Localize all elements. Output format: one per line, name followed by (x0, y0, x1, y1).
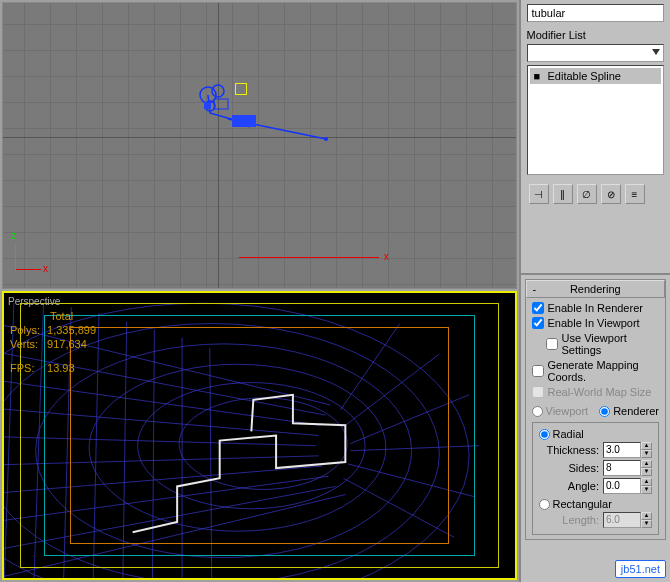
object-name-field[interactable]: tubular (527, 4, 664, 22)
viewport-renderer-radio-group: Viewport Renderer (532, 405, 659, 417)
spline-object[interactable] (188, 83, 328, 143)
sides-spinner[interactable]: 8▲▼ (603, 460, 652, 476)
stack-toolbar: ⊣ ‖ ∅ ⊘ ≡ (527, 182, 664, 206)
collapse-icon: - (533, 283, 537, 295)
svg-rect-6 (204, 102, 211, 109)
length-spinner: 6.0▲▼ (603, 512, 652, 528)
viewport-area: x z Perspective (0, 0, 519, 582)
expand-icon[interactable]: ■ (534, 70, 544, 82)
make-unique-icon[interactable]: ∅ (577, 184, 597, 204)
length-row: Length: 6.0▲▼ (539, 512, 652, 528)
remove-modifier-icon[interactable]: ⊘ (601, 184, 621, 204)
modifier-list-dropdown[interactable] (527, 44, 664, 62)
configure-sets-icon[interactable]: ≡ (625, 184, 645, 204)
svg-line-25 (345, 354, 439, 425)
viewport-top[interactable]: x z (2, 2, 517, 289)
thickness-row: Thickness: 3.0▲▼ (539, 442, 652, 458)
modifier-list-label: Modifier List (527, 29, 664, 41)
axis-gizmo: x z (15, 236, 49, 270)
modifier-stack[interactable]: ■ Editable Spline (527, 65, 664, 175)
svg-line-27 (350, 446, 479, 451)
svg-rect-5 (232, 115, 256, 127)
viewport-stats: Total Polys: 1,335,899 Verts: 917,634 FP… (10, 309, 96, 375)
svg-line-17 (4, 405, 319, 436)
angle-row: Angle: 0.0▲▼ (539, 478, 652, 494)
viewport-label: Perspective (8, 296, 60, 307)
grid-background (3, 3, 516, 288)
stack-item-label: Editable Spline (548, 70, 621, 82)
sides-row: Sides: 8▲▼ (539, 460, 652, 476)
svg-line-21 (4, 476, 329, 527)
generate-mapping-checkbox[interactable]: Generate Mapping Coords. (532, 359, 659, 383)
svg-point-12 (138, 383, 366, 509)
real-world-map-checkbox: Real-World Map Size (532, 386, 659, 398)
use-viewport-settings-checkbox[interactable]: Use Viewport Settings (546, 332, 659, 356)
svg-line-23 (4, 495, 345, 578)
svg-point-11 (89, 364, 386, 531)
x-axis-ruler (239, 257, 379, 258)
viewport-radio[interactable] (532, 406, 543, 417)
watermark: jb51.net (615, 560, 666, 578)
radial-rectangular-group: Radial Thickness: 3.0▲▼ Sides: 8▲▼ Angle… (532, 422, 659, 535)
thickness-spinner[interactable]: 3.0▲▼ (603, 442, 652, 458)
svg-rect-3 (214, 99, 228, 109)
viewport-perspective[interactable]: Perspective Total Polys: 1,335,899 Verts… (2, 291, 517, 580)
enable-viewport-checkbox[interactable]: Enable In Viewport (532, 317, 659, 329)
svg-line-19 (4, 456, 319, 466)
command-panel: tubular Modifier List ■ Editable Spline … (519, 0, 670, 582)
svg-point-7 (324, 137, 328, 141)
svg-line-28 (348, 464, 474, 497)
svg-line-37 (210, 348, 212, 578)
stack-item-editable-spline[interactable]: ■ Editable Spline (530, 68, 661, 84)
renderer-radio[interactable] (599, 406, 610, 417)
svg-point-1 (212, 85, 224, 97)
rendering-rollout: - Rendering Enable In Renderer Enable In… (525, 279, 666, 540)
rendering-rollout-header[interactable]: - Rendering (526, 280, 665, 298)
rectangular-radio[interactable]: Rectangular (539, 498, 652, 510)
angle-spinner[interactable]: 0.0▲▼ (603, 478, 652, 494)
enable-renderer-checkbox[interactable]: Enable In Renderer (532, 302, 659, 314)
radial-radio[interactable]: Radial (539, 428, 652, 440)
svg-line-20 (4, 466, 323, 497)
axis-vertical (218, 3, 219, 288)
pin-stack-icon[interactable]: ⊣ (529, 184, 549, 204)
rollout-title: Rendering (570, 283, 621, 295)
svg-line-16 (4, 374, 321, 425)
show-end-result-icon[interactable]: ‖ (553, 184, 573, 204)
svg-line-24 (340, 324, 399, 411)
